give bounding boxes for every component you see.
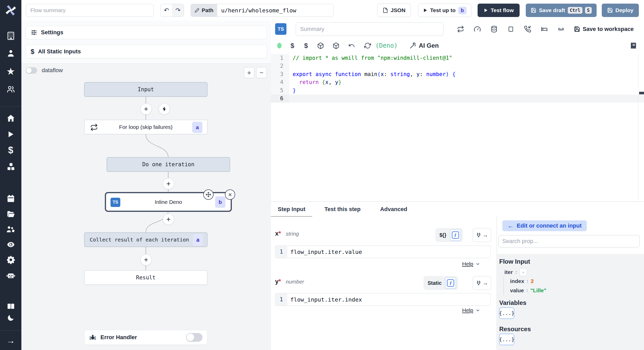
arrow-right-icon: → <box>482 280 488 286</box>
tree-row-value[interactable]: value : "Lille" <box>510 287 546 294</box>
code-editor[interactable]: 1// import * as wmill from "npm:windmill… <box>271 54 644 202</box>
editor-scroll-indicator[interactable] <box>639 92 644 94</box>
variable-picker-icon[interactable]: $ <box>287 40 298 51</box>
error-handler-label: Error Handler <box>100 334 137 341</box>
typescript-badge: TS <box>111 198 120 207</box>
resource-picker-icon[interactable]: $ <box>301 40 311 51</box>
y-expression-input[interactable]: 1 flow_input.iter.index <box>275 293 491 306</box>
y-static-mode-button[interactable]: Static <box>426 280 444 286</box>
resources-title: Resources <box>499 326 531 333</box>
save-draft-button[interactable]: Save draft Ctrl S <box>526 4 597 17</box>
undo-button[interactable]: ↶ <box>161 4 172 16</box>
pencil-icon <box>194 8 200 13</box>
save-to-workspace-label: Save to workspace <box>583 26 634 32</box>
sleep-icon[interactable] <box>539 24 549 34</box>
node-result[interactable]: Result <box>84 270 207 285</box>
path-chip[interactable]: Path <box>191 4 217 16</box>
tab-test-this-step[interactable]: Test this step <box>318 206 367 217</box>
tree-row-index[interactable]: index : 2 <box>510 278 534 284</box>
variables-expand-button[interactable]: {...} <box>499 307 514 319</box>
sidebar-item-workspace[interactable] <box>0 29 21 42</box>
sidebar-item-user[interactable] <box>0 47 21 60</box>
delete-step-button[interactable]: × <box>225 189 235 200</box>
add-step-button[interactable] <box>163 178 174 189</box>
code-lines: 1// import * as wmill from "npm:windmill… <box>271 54 644 103</box>
y-connect-button[interactable]: → <box>473 276 491 290</box>
test-flow-button[interactable]: Test flow <box>478 4 520 17</box>
sidebar-item-favorites[interactable]: ★ <box>0 65 21 78</box>
add-step-button[interactable] <box>140 103 152 115</box>
sidebar-item-resources[interactable] <box>0 160 21 173</box>
node-do-one-iteration[interactable]: Do one iteration <box>107 157 230 172</box>
reload-language-icon[interactable] <box>362 40 373 51</box>
sidebar-item-groups[interactable] <box>0 83 21 96</box>
sidebar-item-audit-logs[interactable] <box>0 238 21 251</box>
redo-button[interactable]: ↷ <box>172 4 184 16</box>
x-connect-button[interactable]: → <box>473 228 491 242</box>
suspend-approval-icon[interactable] <box>522 24 533 34</box>
save-to-workspace-button[interactable]: Save to workspace <box>574 26 634 32</box>
flow-summary-input[interactable] <box>26 4 154 17</box>
sidebar-item-variables[interactable]: $ <box>0 144 21 157</box>
json-button[interactable]: JSON <box>377 4 411 17</box>
add-step-button[interactable] <box>163 214 174 225</box>
flow-graph-panel: Settings $ All Static Inputs dataflow + … <box>21 21 271 350</box>
sidebar-item-folders[interactable] <box>0 208 21 221</box>
sidebar-item-runs[interactable] <box>0 128 21 141</box>
library-book-icon[interactable] <box>630 42 637 49</box>
sidebar-item-ai[interactable] <box>0 269 21 282</box>
x-help-link[interactable]: Help <box>462 261 480 267</box>
tab-advanced[interactable]: Advanced <box>374 206 414 217</box>
sidebar-item-home[interactable] <box>0 112 21 125</box>
early-stop-icon[interactable] <box>506 24 516 34</box>
deploy-button[interactable]: Deploy <box>602 4 639 17</box>
test-up-to-button[interactable]: Test up to b <box>418 4 471 17</box>
error-handler-card: Error Handler <box>84 330 207 345</box>
node-for-loop[interactable]: For loop (skip failures) a <box>84 120 207 134</box>
path-input[interactable] <box>217 4 334 16</box>
node-flow-input[interactable]: Input <box>84 82 207 97</box>
ai-gen-label: AI Gen <box>419 42 439 49</box>
expand-sidebar-icon[interactable]: → <box>0 334 21 347</box>
add-trigger-button[interactable] <box>159 103 170 115</box>
x-expr-mode-button[interactable]: ${} <box>437 232 448 238</box>
sidebar-divider-bottom <box>0 330 21 331</box>
reset-icon[interactable] <box>346 40 357 51</box>
step-summary-input[interactable] <box>296 22 444 36</box>
step-id-badge: a <box>192 122 202 133</box>
test-up-to-step-badge: b <box>458 7 467 14</box>
sidebar-item-settings[interactable] <box>0 253 21 266</box>
x-js-mode-button[interactable]: ƒ <box>450 229 461 241</box>
step-header-toolbar: TS Save to workspace <box>271 21 644 37</box>
add-step-button[interactable] <box>140 254 152 265</box>
error-handler-toggle[interactable] <box>186 333 202 342</box>
windmill-flow-editor: ★ $ <box>0 0 644 350</box>
field-x-label: x* string <box>275 230 299 237</box>
collapse-button[interactable]: - <box>519 268 527 276</box>
mock-voicemail-icon[interactable] <box>556 24 566 34</box>
undo-redo-group: ↶ ↷ <box>160 4 184 17</box>
dark-mode-icon[interactable] <box>0 311 21 324</box>
tab-step-input[interactable]: Step Input <box>271 206 312 217</box>
concurrency-gauge-icon[interactable] <box>472 24 482 34</box>
search-prop-input[interactable] <box>498 235 640 247</box>
sidebar-divider <box>0 106 21 106</box>
sidebar-item-schedules[interactable] <box>0 192 21 205</box>
x-expression-input[interactable]: 1 flow_input.iter.value <box>275 245 491 258</box>
resources-expand-button[interactable]: {...} <box>499 334 514 345</box>
edit-or-connect-button[interactable]: ← Edit or connect an input <box>502 220 587 231</box>
y-js-mode-button[interactable]: ƒ <box>445 277 456 289</box>
sidebar-item-workers[interactable] <box>0 223 21 236</box>
move-step-button[interactable] <box>203 189 214 200</box>
y-help-link[interactable]: Help <box>462 307 480 313</box>
package-icon[interactable] <box>315 40 326 51</box>
cache-database-icon[interactable] <box>489 24 499 34</box>
retries-icon[interactable] <box>455 24 466 34</box>
sidebar-item-docs[interactable] <box>0 300 21 313</box>
ai-gen-button[interactable]: AI Gen <box>410 42 439 49</box>
package-icon[interactable] <box>331 40 341 51</box>
kbd-ctrl: Ctrl <box>568 7 582 14</box>
node-collect-result[interactable]: Collect result of each iteration a <box>84 232 207 247</box>
tree-row-iter[interactable]: iter : - <box>504 268 527 276</box>
windmill-logo-icon[interactable] <box>0 3 21 18</box>
